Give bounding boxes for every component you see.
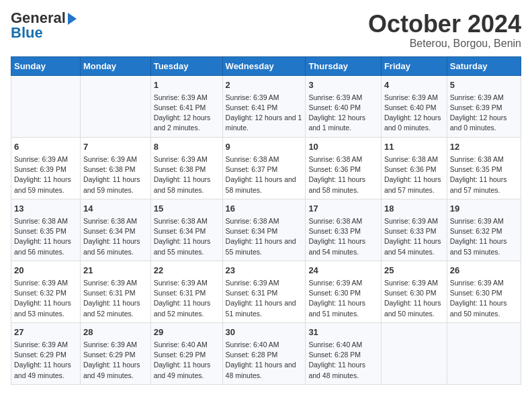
day-number: 17 <box>308 203 378 215</box>
day-number: 9 <box>226 141 303 153</box>
calendar-cell: 5Sunrise: 6:39 AM Sunset: 6:39 PM Daylig… <box>447 75 521 137</box>
header-sunday: Sunday <box>11 56 81 75</box>
calendar-cell: 21Sunrise: 6:39 AM Sunset: 6:31 PM Dayli… <box>80 261 150 322</box>
calendar-body: 1Sunrise: 6:39 AM Sunset: 6:41 PM Daylig… <box>11 75 521 384</box>
calendar-cell: 3Sunrise: 6:39 AM Sunset: 6:40 PM Daylig… <box>306 75 382 137</box>
logo-arrow-icon <box>68 13 77 25</box>
calendar-cell: 15Sunrise: 6:38 AM Sunset: 6:34 PM Dayli… <box>150 199 222 261</box>
week-row-2: 6Sunrise: 6:39 AM Sunset: 6:39 PM Daylig… <box>11 137 521 199</box>
calendar-cell: 12Sunrise: 6:38 AM Sunset: 6:35 PM Dayli… <box>447 137 521 199</box>
calendar-cell: 13Sunrise: 6:38 AM Sunset: 6:35 PM Dayli… <box>11 199 81 261</box>
day-info: Sunrise: 6:39 AM Sunset: 6:32 PM Dayligh… <box>450 216 518 257</box>
calendar-cell: 24Sunrise: 6:39 AM Sunset: 6:30 PM Dayli… <box>306 261 382 322</box>
logo-general-text: General <box>11 11 66 26</box>
day-number: 24 <box>308 265 378 277</box>
day-number: 3 <box>308 79 378 91</box>
calendar-table: Sunday Monday Tuesday Wednesday Thursday… <box>11 56 521 385</box>
day-number: 31 <box>308 326 378 338</box>
day-number: 28 <box>83 326 148 338</box>
header-friday: Friday <box>381 56 447 75</box>
day-info: Sunrise: 6:39 AM Sunset: 6:31 PM Dayligh… <box>154 278 220 319</box>
day-number: 29 <box>154 326 220 338</box>
calendar-header: Sunday Monday Tuesday Wednesday Thursday… <box>11 56 521 75</box>
calendar-cell: 22Sunrise: 6:39 AM Sunset: 6:31 PM Dayli… <box>150 261 222 322</box>
day-info: Sunrise: 6:39 AM Sunset: 6:30 PM Dayligh… <box>450 278 518 319</box>
day-info: Sunrise: 6:38 AM Sunset: 6:35 PM Dayligh… <box>450 154 518 195</box>
calendar-cell: 30Sunrise: 6:40 AM Sunset: 6:28 PM Dayli… <box>222 322 306 384</box>
day-number: 7 <box>83 141 148 153</box>
calendar-cell: 26Sunrise: 6:39 AM Sunset: 6:30 PM Dayli… <box>447 261 521 322</box>
day-number: 2 <box>226 79 303 91</box>
day-info: Sunrise: 6:38 AM Sunset: 6:34 PM Dayligh… <box>154 216 220 257</box>
calendar-cell: 19Sunrise: 6:39 AM Sunset: 6:32 PM Dayli… <box>447 199 521 261</box>
calendar-location: Beterou, Borgou, Benin <box>368 38 521 50</box>
calendar-cell: 11Sunrise: 6:38 AM Sunset: 6:36 PM Dayli… <box>381 137 447 199</box>
day-info: Sunrise: 6:38 AM Sunset: 6:34 PM Dayligh… <box>83 216 148 257</box>
day-info: Sunrise: 6:39 AM Sunset: 6:38 PM Dayligh… <box>83 154 148 195</box>
calendar-cell: 9Sunrise: 6:38 AM Sunset: 6:37 PM Daylig… <box>222 137 306 199</box>
header-wednesday: Wednesday <box>222 56 306 75</box>
day-number: 20 <box>14 265 77 277</box>
calendar-cell: 4Sunrise: 6:39 AM Sunset: 6:40 PM Daylig… <box>381 75 447 137</box>
calendar-cell: 1Sunrise: 6:39 AM Sunset: 6:41 PM Daylig… <box>150 75 222 137</box>
day-number: 19 <box>450 203 518 215</box>
day-info: Sunrise: 6:39 AM Sunset: 6:41 PM Dayligh… <box>226 93 303 134</box>
calendar-cell: 28Sunrise: 6:39 AM Sunset: 6:29 PM Dayli… <box>80 322 150 384</box>
week-row-1: 1Sunrise: 6:39 AM Sunset: 6:41 PM Daylig… <box>11 75 521 137</box>
calendar-cell: 20Sunrise: 6:39 AM Sunset: 6:32 PM Dayli… <box>11 261 81 322</box>
calendar-cell: 31Sunrise: 6:40 AM Sunset: 6:28 PM Dayli… <box>306 322 382 384</box>
calendar-cell: 6Sunrise: 6:39 AM Sunset: 6:39 PM Daylig… <box>11 137 81 199</box>
week-row-5: 27Sunrise: 6:39 AM Sunset: 6:29 PM Dayli… <box>11 322 521 384</box>
day-number: 10 <box>308 141 378 153</box>
title-section: October 2024 Beterou, Borgou, Benin <box>368 11 521 50</box>
day-number: 6 <box>14 141 77 153</box>
day-number: 27 <box>14 326 77 338</box>
header-saturday: Saturday <box>447 56 521 75</box>
day-info: Sunrise: 6:39 AM Sunset: 6:30 PM Dayligh… <box>384 278 444 319</box>
calendar-cell: 23Sunrise: 6:39 AM Sunset: 6:31 PM Dayli… <box>222 261 306 322</box>
calendar-cell: 2Sunrise: 6:39 AM Sunset: 6:41 PM Daylig… <box>222 75 306 137</box>
day-number: 14 <box>83 203 148 215</box>
day-number: 12 <box>450 141 518 153</box>
calendar-cell: 17Sunrise: 6:38 AM Sunset: 6:33 PM Dayli… <box>306 199 382 261</box>
day-number: 26 <box>450 265 518 277</box>
calendar-cell: 14Sunrise: 6:38 AM Sunset: 6:34 PM Dayli… <box>80 199 150 261</box>
day-info: Sunrise: 6:39 AM Sunset: 6:31 PM Dayligh… <box>83 278 148 319</box>
day-number: 18 <box>384 203 444 215</box>
header-thursday: Thursday <box>306 56 382 75</box>
day-number: 30 <box>226 326 303 338</box>
day-info: Sunrise: 6:39 AM Sunset: 6:29 PM Dayligh… <box>14 340 77 381</box>
day-number: 5 <box>450 79 518 91</box>
calendar-cell: 27Sunrise: 6:39 AM Sunset: 6:29 PM Dayli… <box>11 322 81 384</box>
day-number: 8 <box>154 141 220 153</box>
day-info: Sunrise: 6:39 AM Sunset: 6:31 PM Dayligh… <box>226 278 303 319</box>
day-info: Sunrise: 6:38 AM Sunset: 6:33 PM Dayligh… <box>308 216 378 257</box>
calendar-cell <box>80 75 150 137</box>
day-number: 25 <box>384 265 444 277</box>
logo-blue-text: Blue <box>11 24 43 41</box>
week-row-4: 20Sunrise: 6:39 AM Sunset: 6:32 PM Dayli… <box>11 261 521 322</box>
day-info: Sunrise: 6:40 AM Sunset: 6:28 PM Dayligh… <box>308 340 378 381</box>
calendar-cell: 7Sunrise: 6:39 AM Sunset: 6:38 PM Daylig… <box>80 137 150 199</box>
calendar-cell: 10Sunrise: 6:38 AM Sunset: 6:36 PM Dayli… <box>306 137 382 199</box>
header-tuesday: Tuesday <box>150 56 222 75</box>
day-info: Sunrise: 6:39 AM Sunset: 6:33 PM Dayligh… <box>384 216 444 257</box>
day-info: Sunrise: 6:39 AM Sunset: 6:38 PM Dayligh… <box>154 154 220 195</box>
calendar-cell <box>447 322 521 384</box>
header-monday: Monday <box>80 56 150 75</box>
day-number: 11 <box>384 141 444 153</box>
day-info: Sunrise: 6:40 AM Sunset: 6:28 PM Dayligh… <box>226 340 303 381</box>
day-number: 21 <box>83 265 148 277</box>
day-info: Sunrise: 6:38 AM Sunset: 6:37 PM Dayligh… <box>226 154 303 195</box>
day-info: Sunrise: 6:39 AM Sunset: 6:41 PM Dayligh… <box>154 93 220 134</box>
day-info: Sunrise: 6:39 AM Sunset: 6:39 PM Dayligh… <box>14 154 77 195</box>
day-info: Sunrise: 6:39 AM Sunset: 6:40 PM Dayligh… <box>384 93 444 134</box>
day-info: Sunrise: 6:40 AM Sunset: 6:29 PM Dayligh… <box>154 340 220 381</box>
header-row: Sunday Monday Tuesday Wednesday Thursday… <box>11 56 521 75</box>
calendar-cell <box>11 75 81 137</box>
day-info: Sunrise: 6:39 AM Sunset: 6:29 PM Dayligh… <box>83 340 148 381</box>
day-info: Sunrise: 6:39 AM Sunset: 6:40 PM Dayligh… <box>308 93 378 134</box>
day-info: Sunrise: 6:39 AM Sunset: 6:32 PM Dayligh… <box>14 278 77 319</box>
day-number: 13 <box>14 203 77 215</box>
day-number: 22 <box>154 265 220 277</box>
